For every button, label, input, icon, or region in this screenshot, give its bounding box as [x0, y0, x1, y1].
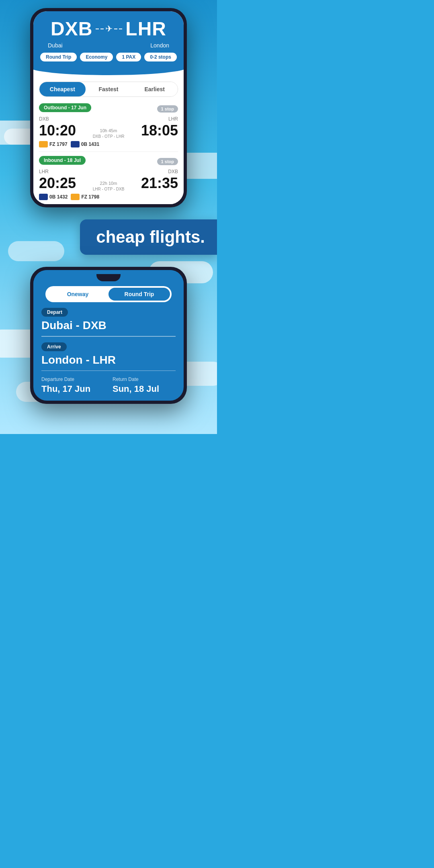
inbound-airlines-row: 0B 1432 FZ 1798 — [39, 194, 178, 200]
plane-icon: ✈ — [96, 24, 122, 34]
depart-divider — [41, 336, 176, 337]
outbound-origin-airport: DXB — [39, 116, 49, 122]
outbound-dest-airport: LHR — [168, 116, 178, 122]
inbound-dest-airport: DXB — [168, 169, 178, 174]
outbound-duration-col: 10h 45m DXB - OTP - LHR — [76, 128, 141, 139]
return-date-col: Return Date Sun, 18 Jul — [113, 377, 176, 394]
outbound-flight-card: Outbound - 17 Jun 1 stop DXB LHR 10:20 1… — [39, 103, 178, 147]
return-date-value[interactable]: Sun, 18 Jul — [113, 384, 176, 394]
fz-logo-2 — [71, 194, 80, 200]
date-row: Departure Date Thu, 17 Jun Return Date S… — [33, 377, 184, 401]
cheap-flights-banner: cheap flights. — [80, 219, 217, 255]
flights-area: Outbound - 17 Jun 1 stop DXB LHR 10:20 1… — [33, 102, 184, 204]
depart-label: Depart — [41, 308, 68, 317]
outbound-airline-1-code: FZ 1797 — [49, 141, 68, 147]
outbound-airline-1: FZ 1797 — [39, 141, 68, 147]
tab-fastest[interactable]: Fastest — [86, 82, 132, 96]
inbound-header-row: Inbound - 18 Jul 1 stop — [39, 156, 178, 167]
arrive-value[interactable]: London - LHR — [41, 354, 176, 366]
inbound-stop-badge: 1 stop — [157, 158, 178, 165]
inbound-duration: 22h 10m — [100, 181, 117, 186]
phone-2-notch-bar — [33, 270, 184, 284]
destination-city: London — [150, 42, 169, 49]
inbound-airline-2-code: FZ 1798 — [81, 194, 99, 200]
outbound-airport-row: DXB LHR — [39, 116, 178, 122]
outbound-label: Outbound - 17 Jun — [39, 103, 91, 112]
banner-section: cheap flights. — [0, 207, 217, 263]
outbound-airline-2-code: 0B 1431 — [81, 141, 99, 147]
origin-code: DXB — [51, 18, 92, 40]
outbound-duration: 10h 45m — [100, 128, 117, 133]
departure-date-label: Departure Date — [41, 377, 104, 382]
arrive-field: Arrive London - LHR — [41, 342, 176, 371]
flight-search-header: DXB ✈ LHR Dubai London Round Trip — [33, 11, 184, 67]
tag-round-trip[interactable]: Round Trip — [40, 53, 77, 61]
inbound-airline-1-code: 0B 1432 — [49, 194, 68, 200]
outbound-time-row: 10:20 10h 45m DXB - OTP - LHR 18:05 — [39, 123, 178, 139]
arrive-divider — [41, 371, 176, 371]
fz-logo — [39, 141, 48, 147]
inbound-airport-row: LHR DXB — [39, 169, 178, 174]
trip-type-toggle: Oneway Round Trip — [45, 286, 172, 302]
tag-pax[interactable]: 1 PAX — [116, 53, 141, 61]
outbound-airlines-row: FZ 1797 0B 1431 — [39, 141, 178, 147]
inbound-flight-card: Inbound - 18 Jul 1 stop LHR DXB 20:25 22… — [39, 156, 178, 200]
ob-logo — [71, 141, 80, 147]
inbound-origin-airport: LHR — [39, 169, 49, 174]
outbound-route-path: DXB - OTP - LHR — [93, 134, 125, 139]
search-tags: Round Trip Economy 1 PAX 0-2 stops — [40, 53, 177, 67]
inbound-airline-1: 0B 1432 — [39, 194, 68, 200]
phone-2-screen: Oneway Round Trip Depart Dubai - DXB Arr… — [33, 270, 184, 401]
outbound-header-row: Outbound - 17 Jun 1 stop — [39, 103, 178, 115]
depart-value[interactable]: Dubai - DXB — [41, 319, 176, 332]
phone-1-screen: DXB ✈ LHR Dubai London Round Trip — [33, 11, 184, 204]
inbound-time-row: 20:25 22h 10m LHR - OTP - DXB 21:35 — [39, 175, 178, 191]
inbound-label: Inbound - 18 Jul — [39, 156, 86, 165]
tag-economy[interactable]: Economy — [80, 53, 113, 61]
city-row: Dubai London — [40, 42, 177, 49]
inbound-airline-2: FZ 1798 — [71, 194, 99, 200]
trip-oneway[interactable]: Oneway — [47, 288, 108, 301]
ob-logo-2 — [39, 194, 48, 200]
tab-cheapest[interactable]: Cheapest — [39, 82, 86, 96]
inbound-arrive-time: 21:35 — [141, 176, 178, 190]
inbound-duration-col: 22h 10m LHR - OTP - DXB — [76, 181, 141, 191]
tab-earliest[interactable]: Earliest — [131, 82, 178, 96]
search-form: Depart Dubai - DXB Arrive London - LHR — [33, 308, 184, 371]
phone-1: DXB ✈ LHR Dubai London Round Trip — [30, 8, 187, 207]
origin-city: Dubai — [48, 42, 63, 49]
phone-2: Oneway Round Trip Depart Dubai - DXB Arr… — [30, 267, 187, 404]
banner-text: cheap flights. — [96, 227, 205, 246]
departure-date-col: Departure Date Thu, 17 Jun — [41, 377, 104, 394]
outbound-stop-badge: 1 stop — [157, 105, 178, 113]
outbound-arrive-time: 18:05 — [141, 123, 178, 138]
route-row: DXB ✈ LHR — [40, 18, 177, 40]
trip-round[interactable]: Round Trip — [108, 288, 170, 301]
flight-card-divider — [39, 151, 178, 152]
arrive-label: Arrive — [41, 342, 67, 351]
phone-2-notch — [96, 274, 121, 281]
departure-date-value[interactable]: Thu, 17 Jun — [41, 384, 104, 394]
inbound-depart-time: 20:25 — [39, 176, 76, 190]
return-date-label: Return Date — [113, 377, 176, 382]
tag-stops[interactable]: 0-2 stops — [144, 53, 177, 61]
inbound-route-path: LHR - OTP - DXB — [93, 187, 125, 191]
destination-code: LHR — [125, 18, 166, 40]
outbound-depart-time: 10:20 — [39, 123, 76, 138]
wave-divider — [33, 67, 184, 77]
filter-tabs: Cheapest Fastest Earliest — [39, 82, 178, 97]
outbound-airline-2: 0B 1431 — [71, 141, 99, 147]
depart-field: Depart Dubai - DXB — [41, 308, 176, 337]
